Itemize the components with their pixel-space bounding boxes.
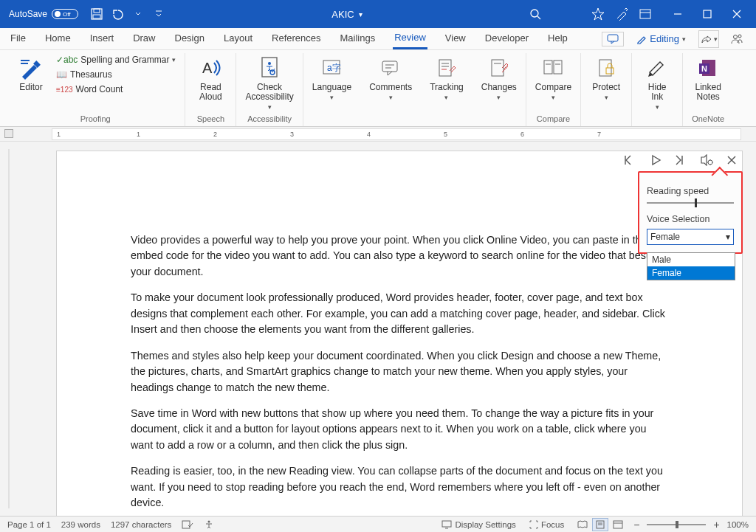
thesaurus-button[interactable]: 📖Thesaurus [53,68,179,81]
vertical-ruler[interactable] [0,142,18,516]
svg-rect-48 [182,521,190,528]
autosave-toggle[interactable]: AutoSave Off [4,9,83,19]
premium-icon[interactable] [588,4,608,24]
play-button[interactable] [648,152,664,168]
read-mode-button[interactable] [574,518,591,531]
spelling-icon: ✓abc [56,55,78,65]
print-layout-button[interactable] [592,518,608,531]
tab-developer[interactable]: Developer [484,30,530,48]
accessibility-status-icon[interactable] [204,519,214,530]
tab-home[interactable]: Home [44,30,72,48]
page-count[interactable]: Page 1 of 1 [7,520,51,529]
paragraph[interactable]: Video provides a powerful way to help yo… [131,232,668,280]
svg-point-4 [531,10,538,17]
previous-button[interactable] [623,152,639,168]
zoom-out-button[interactable]: − [633,519,639,531]
search-icon[interactable] [527,6,543,22]
qat-customize-icon[interactable] [151,6,167,22]
language-button[interactable]: a字 Language ▾ [309,53,354,103]
word-count-button[interactable]: ≡123Word Count [53,83,179,96]
status-bar: Page 1 of 1 239 words 1297 characters Di… [0,516,756,532]
svg-rect-12 [608,35,618,41]
paragraph[interactable]: Reading is easier, too, in the new Readi… [131,463,668,511]
focus-button[interactable]: Focus [526,520,567,529]
horizontal-ruler[interactable]: 1 1 2 3 4 5 6 7 [0,127,756,142]
web-layout-button[interactable] [610,518,626,531]
char-count-status[interactable]: 1297 characters [111,520,171,529]
protect-icon [596,55,616,81]
thesaurus-icon: 📖 [56,69,67,80]
tab-help[interactable]: Help [546,30,569,48]
accessibility-icon [259,55,280,81]
group-accessibility: Check Accessibility ▾ Accessibility [236,53,303,126]
tab-file[interactable]: File [9,30,27,48]
voice-select[interactable]: Female ▾ [647,229,734,245]
comments-button[interactable] [602,32,624,46]
svg-point-49 [208,520,210,522]
tab-design[interactable]: Design [173,30,206,48]
maximize-button[interactable] [693,0,722,28]
zoom-level[interactable]: 100% [727,520,749,529]
undo-icon[interactable] [109,6,126,22]
ribbon-display-icon[interactable] [635,4,656,24]
paragraph[interactable]: Save time in Word with new buttons that … [131,406,668,453]
comments-ribbon-button[interactable]: Comments ▾ [366,53,415,103]
close-read-aloud-button[interactable] [724,152,740,168]
display-settings-button[interactable]: Display Settings [439,520,518,529]
reading-speed-slider[interactable] [647,202,734,204]
compare-button[interactable]: Compare ▾ [532,53,574,103]
spell-check-status-icon[interactable] [182,519,193,530]
svg-rect-27 [439,60,451,76]
account-icon[interactable] [726,30,747,48]
zoom-slider[interactable] [647,524,706,525]
svg-point-45 [708,160,712,165]
tab-layout[interactable]: Layout [222,30,254,48]
tab-draw[interactable]: Draw [131,30,157,48]
paragraph[interactable]: Themes and styles also help keep your do… [131,348,668,395]
voice-option-male[interactable]: Male [647,253,735,266]
tracking-button[interactable]: Tracking ▾ [427,53,467,103]
coming-soon-icon[interactable] [611,4,632,24]
title-right-controls [588,4,656,24]
group-onenote: N Linked Notes OneNote [683,53,733,126]
group-tracking: Tracking ▾ [421,53,472,126]
check-accessibility-button[interactable]: Check Accessibility ▾ [242,53,296,112]
group-compare: Compare ▾ Compare [526,53,581,126]
group-proofing: Editor ✓abcSpelling and Grammar▾ 📖Thesau… [6,53,185,126]
autosave-switch[interactable]: Off [52,9,78,19]
group-comments: Comments ▾ [360,53,421,126]
group-protect: Protect ▾ [581,53,632,126]
read-aloud-toolbar [619,151,744,170]
share-button[interactable]: ▾ [698,30,719,48]
save-icon[interactable] [89,6,105,22]
editor-button[interactable]: Editor [12,53,50,94]
tab-references[interactable]: References [270,30,322,48]
undo-dropdown-icon[interactable] [130,6,146,22]
window-controls [663,0,752,28]
spelling-button[interactable]: ✓abcSpelling and Grammar▾ [53,53,179,66]
protect-button[interactable]: Protect ▾ [587,53,625,103]
close-button[interactable] [722,0,752,28]
svg-point-14 [738,35,741,38]
voice-option-female[interactable]: Female [647,266,735,280]
hide-ink-button[interactable]: Hide Ink ▾ [638,53,676,112]
editing-mode-button[interactable]: Editing ▾ [631,31,691,46]
tab-view[interactable]: View [444,30,467,48]
settings-button[interactable] [698,152,715,168]
tab-mailings[interactable]: Mailings [339,30,377,48]
read-aloud-button[interactable]: A Read Aloud [191,53,230,103]
linked-notes-button[interactable]: N Linked Notes [689,53,727,103]
document-title[interactable]: AKIC ▾ [167,9,527,20]
tab-review[interactable]: Review [393,29,427,49]
svg-rect-2 [93,15,100,18]
word-count-status[interactable]: 239 words [61,520,100,529]
next-button[interactable] [673,152,690,168]
voice-selection-label: Voice Selection [647,214,734,224]
tab-selector[interactable] [4,129,13,138]
changes-button[interactable]: Changes ▾ [478,53,520,103]
paragraph[interactable]: To make your document look professionall… [131,290,668,337]
tab-insert[interactable]: Insert [89,30,116,48]
minimize-button[interactable] [663,0,693,28]
zoom-in-button[interactable]: + [713,519,719,531]
comments-icon [380,55,401,81]
